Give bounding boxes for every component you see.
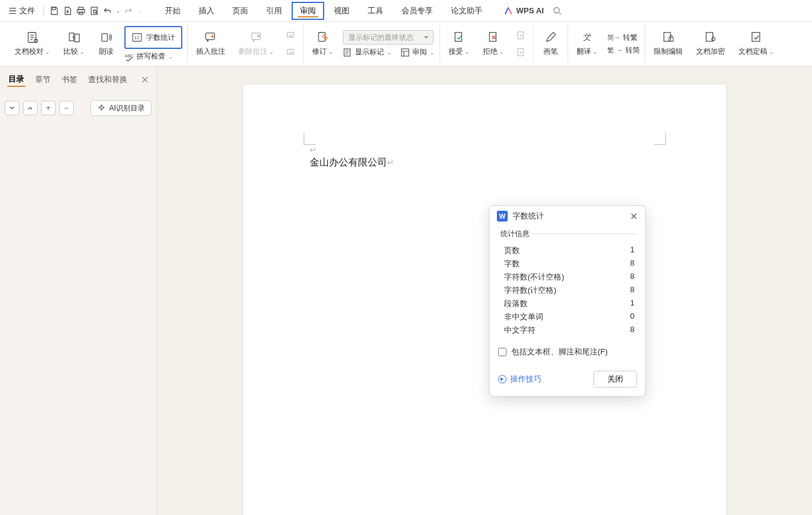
accept-label: 接受	[449, 46, 463, 57]
next-comment-button[interactable]	[284, 45, 298, 60]
wps-ai-button[interactable]: WPS AI	[504, 6, 544, 15]
document-text[interactable]: 金山办公有限公司↵	[310, 155, 660, 170]
stat-row-paragraphs: 段落数 1	[498, 297, 637, 310]
tab-tools[interactable]: 工具	[359, 2, 392, 20]
svg-rect-21	[401, 49, 409, 56]
spell-wordcount-stack: 12 字数统计 ABC 拼写检查⌄	[124, 26, 182, 62]
reject-button[interactable]: 拒绝⌄	[479, 28, 508, 59]
tab-page[interactable]: 页面	[224, 2, 257, 20]
tips-link[interactable]: 操作技巧	[498, 374, 542, 385]
speaker-icon	[100, 31, 113, 44]
dialog-titlebar[interactable]: W 字数统计	[490, 206, 645, 226]
tab-reference[interactable]: 引用	[258, 2, 290, 20]
menubar: 文件 ⌄ ⌄ 开始 插入 页面 引用 审阅 视图 工具 会员专享 论文助手 WP…	[0, 0, 812, 22]
word-count-button[interactable]: 12 字数统计	[124, 26, 182, 49]
dialog-close-button[interactable]	[630, 212, 638, 220]
collapse-all-button[interactable]	[5, 101, 19, 115]
file-menu[interactable]: 文件	[5, 3, 39, 19]
pen-label: 画笔	[543, 46, 558, 57]
trad-prefix: 简→	[607, 33, 621, 42]
stats-group: 统计信息 页数 1 字数 8 字符数(不计空格) 8 字符数(计空格) 8 段落…	[498, 229, 637, 339]
close-button[interactable]: 关闭	[593, 371, 637, 388]
svg-rect-28	[664, 33, 671, 42]
text-line: 金山办公有限公司	[310, 157, 387, 167]
spell-check-icon: ABC	[124, 52, 134, 62]
dialog-title: 字数统计	[513, 211, 544, 222]
print-icon[interactable]	[75, 5, 86, 16]
dialog-body: 统计信息 页数 1 字数 8 字符数(不计空格) 8 字符数(计空格) 8 段落…	[490, 226, 645, 365]
add-level-button[interactable]: +	[41, 101, 56, 115]
nav-close-button[interactable]	[141, 75, 149, 84]
review-pane-button[interactable]: 审阅⌄	[400, 47, 435, 57]
stats-group-label: 统计信息	[498, 229, 532, 239]
nav-tab-toc[interactable]: 目录	[7, 72, 25, 87]
track-changes-button[interactable]: 修订⌄	[308, 28, 337, 59]
stat-value: 8	[630, 285, 635, 296]
insert-comment-button[interactable]: 插入批注	[193, 28, 229, 59]
ai-recognize-toc-button[interactable]: AI识别目录	[91, 100, 152, 116]
spell-check-button[interactable]: ABC 拼写检查⌄	[124, 51, 182, 62]
track-changes-label: 修订	[312, 46, 327, 57]
tab-start[interactable]: 开始	[156, 2, 189, 20]
prev-comment-button[interactable]	[284, 28, 298, 43]
compare-label: 比较	[63, 46, 78, 57]
margin-corner	[654, 133, 666, 145]
word-count-label: 字数统计	[146, 33, 175, 43]
print-preview-icon[interactable]	[89, 5, 100, 16]
paragraph-mark: ↵	[310, 145, 660, 155]
document-canvas[interactable]: ↵ 金山办公有限公司↵	[157, 66, 812, 515]
change-nav-stack	[514, 28, 528, 60]
proofread-button[interactable]: 文档校对⌄	[11, 28, 54, 59]
nav-tab-chapters[interactable]: 章节	[34, 73, 52, 86]
ribbon-group-changes: 接受⌄ 拒绝⌄	[440, 24, 534, 63]
translate-button[interactable]: 文A 翻译⌄	[573, 28, 601, 59]
to-traditional-button[interactable]: 简→ 转繁	[607, 33, 640, 43]
show-marks-icon	[343, 48, 353, 57]
svg-text:12: 12	[135, 35, 139, 40]
export-icon[interactable]	[62, 5, 73, 16]
stat-label: 段落数	[504, 298, 528, 309]
ribbon-group-tracking: 修订⌄ 显示标记的最终状态 显示标记⌄ 审阅⌄	[304, 24, 440, 63]
include-textboxes-label: 包括文本框、脚注和尾注(F)	[511, 347, 608, 357]
navigation-pane: 目录 章节 书签 查找和替换 + − AI识别目录	[0, 66, 157, 515]
prev-change-icon	[516, 30, 526, 41]
display-state-select[interactable]: 显示标记的最终状态	[343, 30, 433, 45]
expand-all-button[interactable]	[23, 101, 37, 115]
redo-button[interactable]	[123, 5, 134, 16]
read-aloud-button[interactable]: 朗读	[94, 28, 118, 59]
search-icon[interactable]	[552, 6, 562, 16]
prev-change-button[interactable]	[514, 28, 528, 43]
to-simplified-button[interactable]: 繁→ 转简	[607, 45, 640, 56]
svg-rect-10	[74, 34, 78, 42]
tab-view[interactable]: 视图	[325, 2, 358, 20]
word-count-dialog: W 字数统计 统计信息 页数 1 字数 8 字符数(不计空格) 8 字符数(计空…	[489, 205, 646, 397]
tab-member[interactable]: 会员专享	[393, 2, 441, 20]
finalize-button[interactable]: 文档定稿⌄	[735, 28, 778, 59]
restrict-editing-button[interactable]: 限制编辑	[650, 28, 686, 59]
proofread-icon	[26, 31, 39, 44]
show-marks-button[interactable]: 显示标记⌄	[343, 47, 392, 57]
encrypt-button[interactable]: 文档加密	[692, 28, 729, 59]
delete-comment-button[interactable]: 删除批注⌄	[235, 28, 278, 59]
tab-insert[interactable]: 插入	[190, 2, 223, 20]
ribbon-group-protect: 限制编辑 文档加密 文档定稿⌄	[645, 24, 782, 63]
compare-button[interactable]: 比较⌄	[60, 28, 88, 59]
undo-dropdown[interactable]: ⌄	[116, 8, 121, 14]
undo-button[interactable]	[102, 5, 113, 16]
nav-tab-bookmarks[interactable]: 书签	[60, 73, 78, 86]
separator	[43, 5, 44, 16]
include-textboxes-input[interactable]	[498, 348, 507, 356]
stat-value: 8	[630, 258, 635, 269]
svg-rect-11	[102, 34, 107, 42]
pen-button[interactable]: 画笔	[539, 28, 563, 59]
tab-review[interactable]: 审阅	[292, 2, 324, 20]
remove-level-button[interactable]: −	[59, 101, 74, 115]
nav-tab-find[interactable]: 查找和替换	[87, 73, 129, 86]
tab-thesis[interactable]: 论文助手	[443, 2, 491, 20]
accept-button[interactable]: 接受⌄	[445, 28, 473, 59]
stat-row-chars-nospace: 字符数(不计空格) 8	[498, 270, 637, 284]
save-icon[interactable]	[49, 5, 60, 16]
redo-dropdown[interactable]: ⌄	[137, 8, 142, 14]
include-textboxes-checkbox[interactable]: 包括文本框、脚注和尾注(F)	[498, 343, 637, 359]
next-change-button[interactable]	[514, 45, 528, 60]
